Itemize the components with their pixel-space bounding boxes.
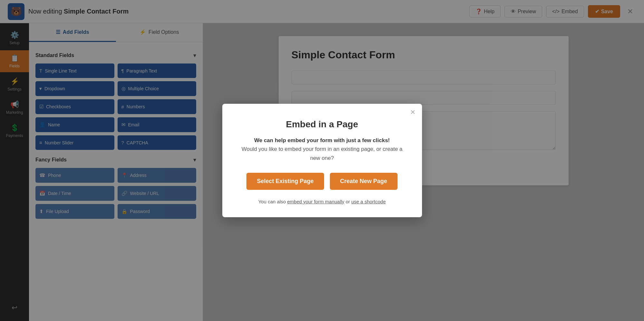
create-new-page-button[interactable]: Create New Page	[330, 173, 398, 190]
modal-footer: You can also embed your form manually or…	[239, 199, 405, 204]
modal-overlay[interactable]: ✕ Embed in a Page We can help embed your…	[0, 0, 644, 321]
modal-footer-or: or	[346, 199, 351, 204]
modal-description: We can help embed your form with just a …	[239, 136, 405, 162]
embed-manually-link[interactable]: embed your form manually	[287, 199, 344, 204]
select-existing-page-button[interactable]: Select Existing Page	[246, 173, 324, 190]
use-shortcode-link[interactable]: use a shortcode	[351, 199, 386, 204]
embed-modal: ✕ Embed in a Page We can help embed your…	[222, 104, 422, 217]
modal-desc-body: Would you like to embed your form in an …	[242, 146, 403, 161]
modal-buttons: Select Existing Page Create New Page	[239, 173, 405, 190]
modal-close-button[interactable]: ✕	[410, 109, 416, 115]
modal-desc-strong: We can help embed your form with just a …	[254, 137, 390, 143]
modal-footer-prefix: You can also	[258, 199, 287, 204]
modal-title: Embed in a Page	[239, 119, 405, 130]
